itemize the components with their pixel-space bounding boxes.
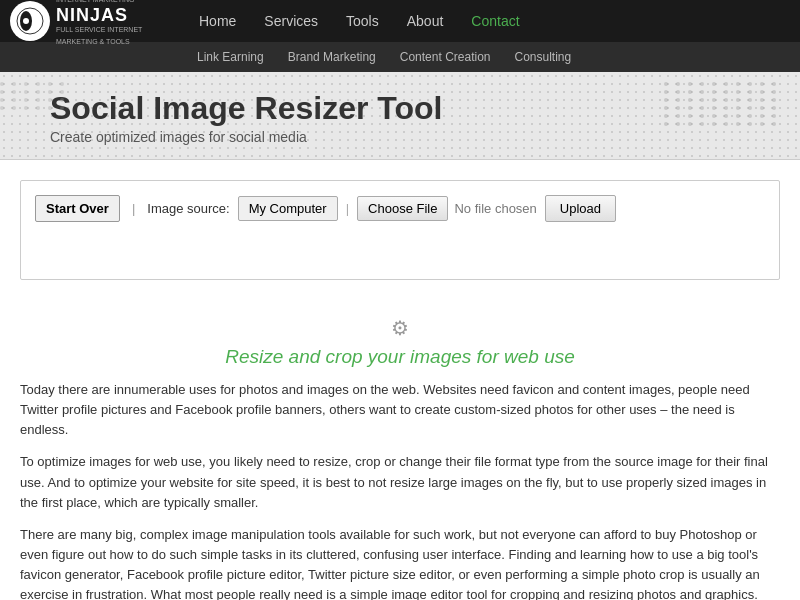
logo[interactable]: INTERNET MARKETING NINJAS FULL SERVICE I… xyxy=(0,0,185,54)
dot-decoration-left xyxy=(0,82,68,110)
nav-contact[interactable]: Contact xyxy=(457,0,533,42)
nav-services[interactable]: Services xyxy=(250,0,332,42)
top-navigation: INTERNET MARKETING NINJAS FULL SERVICE I… xyxy=(0,0,800,42)
separator-1: | xyxy=(128,201,139,216)
svg-point-2 xyxy=(23,18,29,24)
subnav-brand-marketing[interactable]: Brand Marketing xyxy=(276,50,388,64)
content-para-2: To optimize images for web use, you like… xyxy=(20,452,780,512)
logo-brand-text: NINJAS xyxy=(56,6,175,24)
nav-home[interactable]: Home xyxy=(185,0,250,42)
no-file-label: No file chosen xyxy=(454,201,536,216)
logo-icon xyxy=(10,1,50,41)
page-subtitle: Create optimized images for social media xyxy=(50,129,780,145)
nav-about[interactable]: About xyxy=(393,0,458,42)
my-computer-button[interactable]: My Computer xyxy=(238,196,338,221)
tool-box: Start Over | Image source: My Computer |… xyxy=(20,180,780,280)
page-header: Social Image Resizer Tool Create optimiz… xyxy=(0,72,800,160)
logo-top-text: INTERNET MARKETING xyxy=(56,0,134,3)
choose-file-button[interactable]: Choose File xyxy=(357,196,448,221)
logo-tagline-text: FULL SERVICE INTERNET MARKETING & TOOLS xyxy=(56,26,142,45)
image-source-label: Image source: xyxy=(147,201,229,216)
subnav-consulting[interactable]: Consulting xyxy=(503,50,584,64)
start-over-button[interactable]: Start Over xyxy=(35,195,120,222)
content-para-3: There are many big, complex image manipu… xyxy=(20,525,780,600)
tool-controls: Start Over | Image source: My Computer |… xyxy=(35,195,765,222)
file-input-wrapper: Choose File No file chosen xyxy=(357,196,537,221)
section-heading: Resize and crop your images for web use xyxy=(20,346,780,368)
subnav-link-earning[interactable]: Link Earning xyxy=(185,50,276,64)
gear-icon-top: ⚙ xyxy=(20,316,780,340)
content-para-1: Today there are innumerable uses for pho… xyxy=(20,380,780,440)
dot-decoration-right xyxy=(664,82,780,126)
content-area: ⚙ Resize and crop your images for web us… xyxy=(0,300,800,600)
main-menu: Home Services Tools About Contact xyxy=(185,0,534,42)
separator-2: | xyxy=(346,201,349,216)
nav-tools[interactable]: Tools xyxy=(332,0,393,42)
subnav-content-creation[interactable]: Content Creation xyxy=(388,50,503,64)
upload-button[interactable]: Upload xyxy=(545,195,616,222)
tool-area: Start Over | Image source: My Computer |… xyxy=(0,160,800,300)
